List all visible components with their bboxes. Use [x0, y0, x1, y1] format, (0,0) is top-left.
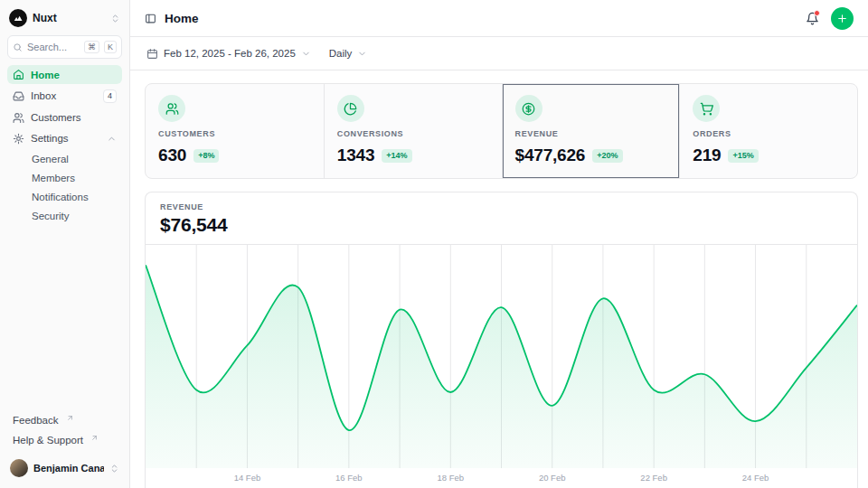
- avatar: [10, 459, 28, 477]
- period-select[interactable]: Daily: [327, 46, 370, 61]
- chevron-up-icon: [107, 134, 117, 144]
- stat-value: 1343: [337, 145, 375, 165]
- sidebar-item-label: Home: [31, 70, 60, 80]
- x-axis-label: 22 Feb: [640, 473, 667, 483]
- kbd-cmd: ⌘: [84, 41, 99, 54]
- revenue-area-chart: [146, 245, 857, 468]
- sidebar-item-home[interactable]: Home: [7, 65, 122, 84]
- sidebar-toggle-icon[interactable]: [145, 13, 156, 24]
- search-input[interactable]: Search... ⌘ K: [7, 35, 122, 59]
- app-root: Nuxt Search... ⌘ K Home: [0, 0, 868, 488]
- stat-delta-badge: +8%: [193, 149, 219, 163]
- stat-card-conversions[interactable]: CONVERSIONS 1343 +14%: [324, 84, 502, 178]
- x-axis-label: 24 Feb: [742, 473, 769, 483]
- chevron-down-icon: [357, 49, 367, 59]
- external-link-icon: [66, 414, 74, 422]
- x-axis-label: 20 Feb: [539, 473, 566, 483]
- main-area: Home Feb 12, 2025 - Feb 26, 2025: [130, 0, 868, 488]
- home-icon: [13, 69, 24, 80]
- x-axis-label: 14 Feb: [234, 473, 261, 483]
- settings-submenu: General Members Notifications Security: [7, 150, 122, 226]
- header-actions: [806, 7, 854, 30]
- sidebar-footer-nav: Feedback Help & Support: [7, 411, 122, 449]
- revenue-chart-card: REVENUE $76,544 14 Feb16 Feb18 Feb20 Feb…: [145, 192, 858, 488]
- chart-body: 14 Feb16 Feb18 Feb20 Feb22 Feb24 Feb: [146, 244, 857, 488]
- pie-chart-icon: [337, 95, 364, 122]
- nuxt-logo-icon: [9, 9, 27, 27]
- chart-metric-value: $76,544: [160, 214, 843, 236]
- sidebar: Nuxt Search... ⌘ K Home: [0, 0, 130, 488]
- notifications-button[interactable]: [806, 12, 819, 25]
- x-axis-label: 16 Feb: [335, 473, 363, 483]
- chevrons-up-down-icon: [109, 464, 119, 474]
- stats-row: CUSTOMERS 630 +8% CONVERSIONS 1343 +14%: [145, 83, 858, 179]
- page-header: Home: [130, 0, 868, 37]
- x-axis: 14 Feb16 Feb18 Feb20 Feb22 Feb24 Feb: [146, 468, 857, 488]
- x-axis-label: 18 Feb: [437, 473, 464, 483]
- chart-metric-label: REVENUE: [160, 202, 843, 211]
- inbox-icon: [13, 90, 24, 102]
- sidebar-item-security[interactable]: Security: [32, 207, 122, 226]
- chevron-down-icon: [301, 49, 311, 59]
- sidebar-item-notifications[interactable]: Notifications: [32, 188, 122, 207]
- sidebar-item-label: Help & Support: [13, 435, 83, 446]
- sidebar-item-inbox[interactable]: Inbox 4: [7, 86, 122, 107]
- sidebar-item-label: Customers: [31, 112, 81, 123]
- sidebar-item-feedback[interactable]: Feedback: [7, 411, 122, 429]
- stat-card-orders[interactable]: ORDERS 219 +15%: [679, 84, 857, 178]
- sidebar-item-customers[interactable]: Customers: [7, 108, 122, 127]
- date-range-picker[interactable]: Feb 12, 2025 - Feb 26, 2025: [145, 46, 313, 61]
- stat-label: CONVERSIONS: [337, 129, 489, 138]
- stat-label: REVENUE: [515, 129, 667, 138]
- sidebar-item-label: Feedback: [13, 415, 59, 426]
- user-menu[interactable]: Benjamin Canac: [7, 455, 122, 481]
- stat-delta-badge: +15%: [728, 149, 758, 163]
- period-value: Daily: [329, 48, 353, 59]
- stat-label: CUSTOMERS: [158, 129, 311, 138]
- stat-label: ORDERS: [693, 129, 844, 138]
- sidebar-item-members[interactable]: Members: [32, 169, 122, 188]
- sidebar-spacer: [7, 232, 122, 405]
- chevrons-up-down-icon: [110, 14, 120, 23]
- sidebar-item-general[interactable]: General: [32, 150, 122, 169]
- page-title: Home: [165, 12, 199, 25]
- cart-icon: [693, 95, 720, 122]
- users-icon: [158, 95, 185, 122]
- search-icon: [13, 42, 23, 52]
- sidebar-item-label: Inbox: [31, 90, 56, 101]
- search-placeholder: Search...: [27, 42, 80, 52]
- add-button[interactable]: [831, 7, 854, 30]
- stat-value: 219: [693, 145, 721, 165]
- stat-delta-badge: +20%: [592, 149, 622, 163]
- calendar-icon: [146, 48, 158, 60]
- chart-svg: [146, 245, 857, 468]
- external-link-icon: [90, 434, 99, 442]
- stat-value: $477,626: [515, 145, 586, 165]
- circle-dollar-icon: [515, 95, 542, 122]
- workspace-name: Nuxt: [33, 12, 105, 24]
- sidebar-nav: Home Inbox 4 Customers Settings: [7, 65, 122, 226]
- sidebar-item-settings[interactable]: Settings: [7, 129, 122, 148]
- stat-value: 630: [158, 145, 186, 165]
- date-range-value: Feb 12, 2025 - Feb 26, 2025: [164, 48, 296, 59]
- notification-dot: [814, 10, 820, 16]
- plus-icon: [836, 13, 848, 24]
- stat-card-customers[interactable]: CUSTOMERS 630 +8%: [146, 84, 324, 178]
- stat-delta-badge: +14%: [382, 149, 411, 163]
- gear-icon: [13, 133, 24, 145]
- users-icon: [13, 112, 24, 124]
- inbox-count-badge: 4: [103, 89, 117, 103]
- user-name: Benjamin Canac: [33, 463, 104, 474]
- chart-header: REVENUE $76,544: [146, 192, 857, 244]
- dashboard-content: CUSTOMERS 630 +8% CONVERSIONS 1343 +14%: [130, 70, 868, 488]
- sidebar-item-label: Settings: [31, 133, 69, 144]
- stat-card-revenue[interactable]: REVENUE $477,626 +20%: [502, 84, 680, 178]
- kbd-k: K: [104, 41, 117, 54]
- filters-toolbar: Feb 12, 2025 - Feb 26, 2025 Daily: [130, 37, 868, 70]
- sidebar-item-help-support[interactable]: Help & Support: [7, 431, 122, 449]
- workspace-switcher[interactable]: Nuxt: [7, 7, 122, 29]
